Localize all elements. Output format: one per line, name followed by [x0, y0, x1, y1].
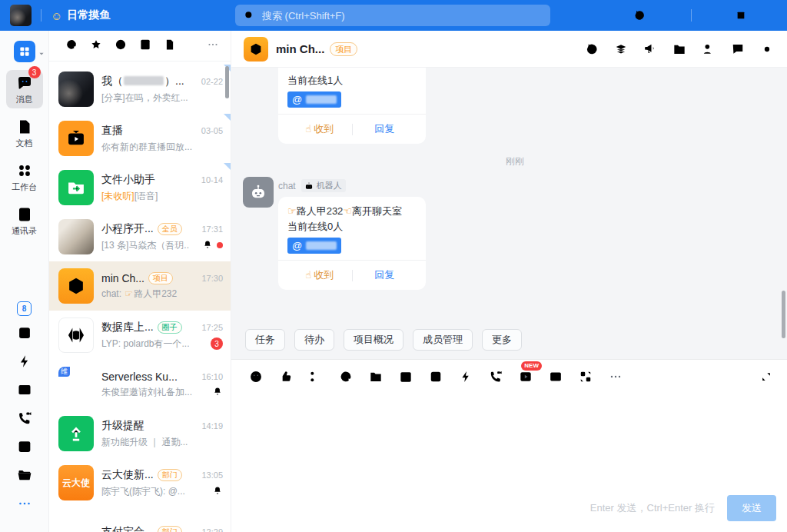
ack-button[interactable]: ☝收到 [287, 268, 352, 282]
close-button[interactable] [762, 9, 775, 22]
send-button[interactable]: 发送 [727, 495, 776, 521]
bot-message-card: ☞路人甲232☜离开聊天室 当前在线0人 @ ☝收到 回复 [278, 197, 426, 290]
ok-hand-icon: ☝ [305, 123, 311, 135]
emoji-icon[interactable] [248, 369, 264, 384]
expand-editor-icon[interactable] [759, 370, 773, 384]
chevron-down-icon[interactable] [36, 48, 47, 62]
group-type-badge: 全员 [158, 223, 182, 235]
more-icon[interactable] [16, 495, 33, 515]
list-item[interactable]: 数据库上... 圈子 17:25 LYP: polardb有一个... 3 [49, 311, 231, 360]
star-icon[interactable] [89, 38, 103, 55]
lightning-icon[interactable] [16, 353, 33, 373]
attach-file-icon[interactable] [368, 369, 384, 384]
tab-more[interactable]: 更多 [482, 329, 522, 351]
add-member-icon[interactable] [701, 42, 716, 57]
mail-compose-icon[interactable] [548, 369, 563, 384]
group-type-badge: 项目 [148, 272, 173, 284]
robot-icon [247, 181, 269, 203]
calendar-icon[interactable]: 8 [17, 301, 32, 316]
screenshot-scissors-icon[interactable] [308, 369, 324, 384]
avatar [58, 268, 94, 304]
list-item[interactable]: 支付宝合... 部门 12:29 [49, 507, 231, 532]
user-avatar[interactable] [10, 5, 32, 26]
minimize-button[interactable] [707, 9, 719, 22]
list-item[interactable]: 云大使 云大使新... 部门 13:05 陈宇飞(陈宇飞): @... [49, 458, 231, 507]
chat-title: 升级提醒 [101, 419, 144, 433]
bot-avatar[interactable] [243, 177, 274, 208]
avatar-text: 云大使 [62, 477, 90, 490]
conversation-header: min Ch... 项目 [231, 31, 787, 68]
reply-button[interactable]: 回复 [353, 268, 417, 282]
mail-icon[interactable] [16, 381, 33, 401]
list-item[interactable]: 小程序开... 全员 17:31 [13 条]马焱杰（吾玥.. [49, 212, 231, 261]
tab-member-management[interactable]: 成员管理 [413, 329, 473, 351]
video-record-icon[interactable]: NEW [518, 369, 533, 384]
list-more-icon[interactable] [206, 38, 220, 55]
robot-badge: 机器人 [301, 179, 346, 192]
search-input[interactable] [261, 9, 543, 22]
sidebar-item-workbench[interactable]: 工作台 [6, 158, 43, 196]
history-button[interactable] [633, 8, 646, 22]
layers-icon[interactable] [613, 42, 629, 57]
sidebar-item-docs[interactable]: 文档 [6, 114, 43, 152]
pointing-right-icon: ☞ [287, 205, 297, 217]
mention-chip[interactable]: @ [287, 91, 341, 108]
message-record-icon[interactable] [730, 42, 745, 57]
task-check-icon[interactable] [428, 369, 443, 384]
maximize-button[interactable] [735, 9, 747, 22]
group-type-badge: 部门 [158, 469, 182, 481]
toolbar-more-icon[interactable] [608, 369, 623, 384]
list-item[interactable]: 文件小助手 10-14 [未收听][语音] [49, 163, 231, 212]
list-item[interactable]: 维 Serverless Ku... 16:10 朱俊望邀请刘礼备加... [49, 360, 231, 409]
list-item-selected[interactable]: min Ch... 项目 17:30 chat: ☞路人甲232 [49, 261, 231, 311]
mentions-icon[interactable] [65, 38, 78, 55]
todo-icon[interactable] [16, 324, 33, 344]
clock-icon[interactable] [114, 38, 128, 55]
avatar: 云大使 [58, 465, 94, 500]
reply-button[interactable]: 回复 [353, 122, 417, 136]
tab-tasks[interactable]: 任务 [245, 329, 285, 351]
chat-time: 03-05 [197, 126, 223, 135]
group-files-icon[interactable] [672, 42, 687, 57]
pinned-indicator [224, 163, 231, 170]
chat-time: 17:30 [197, 274, 223, 283]
chat-history-icon[interactable] [584, 42, 599, 57]
mention-at-icon[interactable] [338, 369, 354, 384]
message-scrollbar[interactable] [782, 291, 785, 338]
list-item[interactable]: 升级提醒 14:19 新功能升级 ｜ 通勤... [49, 409, 231, 458]
group-emoji-icon: ☺ [51, 9, 62, 22]
document-icon [15, 118, 34, 136]
settings-gear-icon[interactable] [759, 42, 775, 57]
chat-title: 云大使新... [101, 468, 154, 482]
phone-video-icon[interactable] [16, 410, 33, 430]
ding-icon[interactable] [138, 38, 152, 55]
conversation-avatar[interactable] [244, 37, 268, 62]
quick-flash-icon[interactable] [458, 369, 473, 384]
message-input[interactable] [231, 389, 787, 495]
list-item[interactable]: 直播 03-05 你有新的群直播回放... [49, 114, 231, 163]
voice-call-icon[interactable] [488, 369, 503, 384]
list-item[interactable]: 我（）... 02-22 [分享]在吗，外卖红... [49, 65, 231, 114]
components-icon[interactable] [578, 369, 593, 384]
tab-project-overview[interactable]: 项目概况 [344, 329, 403, 351]
app-switcher-button[interactable] [14, 41, 35, 62]
tab-todo[interactable]: 待办 [294, 329, 334, 351]
meeting-icon[interactable] [16, 438, 33, 458]
thumbs-up-icon[interactable] [278, 369, 294, 384]
ack-button[interactable]: ☝收到 [287, 122, 352, 136]
calendar-event-icon[interactable] [398, 369, 413, 384]
sidebar-item-contacts[interactable]: 通讯录 [6, 201, 43, 240]
sidebar-item-messages[interactable]: 3 消息 [6, 70, 43, 108]
bot-message-card: 当前在线1人 @ ☝收到 回复 [278, 68, 426, 144]
ok-hand-icon: ☝ [305, 269, 311, 281]
file-icon[interactable] [163, 38, 177, 55]
sidebar-item-label: 工作台 [12, 181, 37, 193]
search-box[interactable] [235, 5, 550, 26]
add-button[interactable] [662, 8, 676, 22]
chat-list-panel: 我（）... 02-22 [分享]在吗，外卖红... 直播 03-05 [49, 31, 231, 532]
folder-icon[interactable] [16, 467, 33, 487]
chat-list-scrollbar[interactable] [225, 66, 229, 98]
pointing-hand-icon: ☞ [125, 288, 133, 299]
mention-chip[interactable]: @ [287, 238, 341, 254]
announcement-icon[interactable] [643, 42, 658, 57]
